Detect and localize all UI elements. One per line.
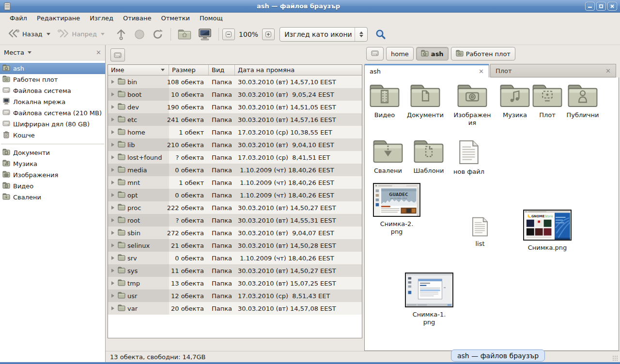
expander-icon[interactable] xyxy=(111,143,114,147)
table-row[interactable]: opt 0 обекта Папка 1.10.2009 (чт) 18,40,… xyxy=(108,189,362,201)
breadcrumb-root[interactable] xyxy=(366,47,384,61)
back-button[interactable]: Назад xyxy=(4,27,54,42)
table-row[interactable]: lost+found ? обекта Папка 17.03.2010 (ср… xyxy=(108,151,362,164)
up-button[interactable] xyxy=(112,27,130,42)
breadcrumb-home[interactable]: home xyxy=(386,47,414,61)
tab-close-icon[interactable]: ✕ xyxy=(479,68,484,75)
tab-close-icon[interactable]: ✕ xyxy=(605,67,611,75)
table-row[interactable]: etc 241 обекта Папка 30.03.2010 (вт) 14,… xyxy=(108,113,362,126)
menu-3[interactable]: Отиване xyxy=(118,14,156,23)
maximize-button[interactable] xyxy=(596,2,606,11)
expander-icon[interactable] xyxy=(111,231,114,235)
file-Снимка.png[interactable]: 🦶GNOME Store Снимка.png xyxy=(522,210,573,252)
file-Снимка-1.png[interactable]: Снимка-1. png xyxy=(404,273,454,326)
sidebar-item-Шифриран дял (80 GB)[interactable]: Шифриран дял (80 GB) xyxy=(0,119,105,130)
table-row[interactable]: root ? обекта Папка 30.03.2010 (вт) 14,5… xyxy=(108,214,362,227)
sidebar-item-Музика[interactable]: Музика xyxy=(0,158,105,169)
table-row[interactable]: dev 190 обекта Папка 30.03.2010 (вт) 14,… xyxy=(108,101,362,113)
sidebar-item-Документи[interactable]: Документи xyxy=(0,147,105,158)
table-row[interactable]: home 1 обект Папка 17.03.2010 (ср) 10,38… xyxy=(108,126,362,138)
table-row[interactable]: sbin 272 обекта Папка 30.03.2010 (вт) 9,… xyxy=(108,227,362,239)
table-row[interactable]: sys 11 обекта Папка 30.03.2010 (вт) 14,5… xyxy=(108,264,362,277)
table-row[interactable]: tmp 13 обекта Папка 30.03.2010 (вт) 15,0… xyxy=(108,277,362,289)
search-button[interactable] xyxy=(372,27,389,42)
zoom-out-button[interactable] xyxy=(222,29,235,40)
minimize-button[interactable] xyxy=(585,2,595,11)
file-Свалени[interactable]: Свалени xyxy=(366,139,410,175)
resize-grip[interactable] xyxy=(612,355,618,361)
expander-icon[interactable] xyxy=(111,218,114,222)
expander-icon[interactable] xyxy=(111,155,114,159)
expander-icon[interactable] xyxy=(111,118,114,121)
table-row[interactable]: lib 210 обекта Папка 30.03.2010 (вт) 9,0… xyxy=(108,138,362,151)
sidebar-item-ash[interactable]: ash xyxy=(0,63,105,74)
view-mode-spinner[interactable] xyxy=(355,28,367,41)
table-row[interactable]: boot 10 обекта Папка 30.03.2010 (вт) 9,0… xyxy=(108,88,362,101)
file-Снимка-2.png[interactable]: GUADEC july 24-30th, 2010 Снимка-2. png xyxy=(372,183,422,236)
expander-icon[interactable] xyxy=(111,80,114,84)
expander-icon[interactable] xyxy=(111,269,114,273)
computer-button[interactable] xyxy=(195,27,215,42)
file-Документи[interactable]: Документи xyxy=(403,83,448,119)
file-Шаблони[interactable]: Шаблони xyxy=(406,139,451,175)
forward-button[interactable]: Напред xyxy=(54,27,108,42)
sidebar-item-Файлова система[interactable]: Файлова система xyxy=(0,85,105,96)
sidebar-item-Видео[interactable]: Видео xyxy=(0,181,105,192)
sidebar-mode-dropdown[interactable]: Места xyxy=(4,49,31,56)
file-Видео[interactable]: Видео xyxy=(364,83,407,119)
column-header-1[interactable]: Размер xyxy=(169,65,209,75)
filesystem-root-button[interactable] xyxy=(110,48,125,61)
expander-icon[interactable] xyxy=(111,92,114,96)
expander-icon[interactable] xyxy=(111,181,114,184)
view-mode-dropdown[interactable]: Изглед като икони xyxy=(279,27,368,42)
expander-icon[interactable] xyxy=(111,243,114,247)
reload-button[interactable] xyxy=(149,27,167,42)
menu-2[interactable]: Изглед xyxy=(85,14,118,23)
icon-view[interactable]: Видео Документи Изображен ия Музика Плот… xyxy=(364,77,619,351)
column-header-2[interactable]: Вид xyxy=(209,65,235,75)
menu-0[interactable]: Файл xyxy=(5,14,32,23)
table-row[interactable]: srv 0 обекта Папка 1.10.2009 (чт) 18,40,… xyxy=(108,252,362,264)
expander-icon[interactable] xyxy=(111,206,114,210)
file-Изображения[interactable]: Изображен ия xyxy=(450,83,495,127)
table-row[interactable]: proc 222 обекта Папка 30.03.2010 (вт) 14… xyxy=(108,201,362,214)
sidebar-item-Изображения[interactable]: Изображения xyxy=(0,169,105,181)
menu-1[interactable]: Редактиране xyxy=(32,14,85,23)
expander-icon[interactable] xyxy=(111,193,114,197)
expander-icon[interactable] xyxy=(111,281,114,285)
sidebar-item-Работен плот[interactable]: Работен плот xyxy=(0,74,105,85)
sidebar-item-Кошче[interactable]: Кошче xyxy=(0,130,105,141)
breadcrumb-ash[interactable]: ash xyxy=(416,47,449,61)
expander-icon[interactable] xyxy=(111,294,114,298)
tab-Плот[interactable]: Плот ✕ xyxy=(490,64,616,77)
table-row[interactable]: selinux 21 обекта Папка 30.03.2010 (вт) … xyxy=(108,239,362,252)
expander-icon[interactable] xyxy=(111,130,114,134)
sidebar-item-Файлова система (210 MB)[interactable]: Файлова система (210 MB) xyxy=(0,107,105,119)
breadcrumb-Работен плот[interactable]: Работен плот xyxy=(451,47,515,61)
close-button[interactable] xyxy=(607,2,617,11)
expander-icon[interactable] xyxy=(111,256,114,260)
sidebar-close-icon[interactable]: ✕ xyxy=(96,49,101,56)
table-row[interactable]: usr 12 обекта Папка 17.03.2010 (ср) 8,51… xyxy=(108,289,362,302)
home-button[interactable] xyxy=(174,27,195,42)
expander-icon[interactable] xyxy=(111,105,114,109)
table-row[interactable]: bin 108 обекта Папка 30.03.2010 (вт) 14,… xyxy=(108,76,362,88)
expander-icon[interactable] xyxy=(111,306,114,310)
zoom-level[interactable]: 100% xyxy=(235,30,262,38)
file-нов файл[interactable]: нов файл xyxy=(447,140,491,176)
tab-ash[interactable]: ash ✕ xyxy=(364,64,489,77)
table-row[interactable]: media 0 обекта Папка 1.10.2009 (чт) 18,4… xyxy=(108,164,362,176)
column-header-3[interactable]: Дата на промяна xyxy=(235,65,362,75)
sidebar-item-Свалени[interactable]: Свалени xyxy=(0,192,105,203)
sidebar-item-Локална мрежа[interactable]: Локална мрежа xyxy=(0,96,105,107)
table-row[interactable]: mnt 1 обект Папка 1.10.2009 (чт) 18,40,2… xyxy=(108,176,362,189)
zoom-in-button[interactable] xyxy=(262,29,275,40)
column-header-0[interactable]: Име xyxy=(108,65,169,75)
back-history-caret[interactable] xyxy=(46,33,50,35)
expander-icon[interactable] xyxy=(111,168,114,172)
file-Публични[interactable]: Публични xyxy=(560,83,605,119)
menu-4[interactable]: Отметки xyxy=(156,14,194,23)
table-row[interactable]: var 20 обекта Папка 30.03.2010 (вт) 14,5… xyxy=(108,302,362,315)
file-list[interactable]: list xyxy=(458,217,502,248)
menu-5[interactable]: Помощ xyxy=(195,14,228,23)
